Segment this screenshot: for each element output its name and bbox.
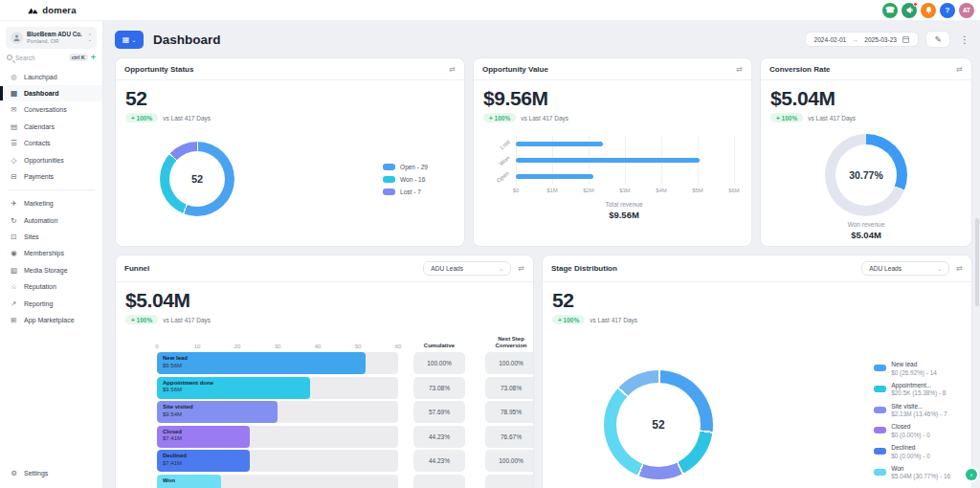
switch-chart-icon[interactable]: ⇄ (736, 65, 743, 74)
phone-icon[interactable]: ☎ (882, 3, 898, 18)
compare-label: vs Last 417 Days (163, 317, 211, 323)
funnel-row-track: New lead$9.56M (157, 352, 398, 374)
change-badge: + 100% (552, 315, 585, 324)
brand-logo-icon (27, 2, 39, 19)
sidebar-item-calendars[interactable]: ▤Calendars (0, 119, 102, 135)
contacts-icon: ☰ (10, 139, 18, 147)
sidebar-item-contacts[interactable]: ☰Contacts (0, 135, 102, 151)
switch-chart-icon[interactable]: ⇄ (449, 65, 456, 74)
funnel-bar: Declined$7.41M (157, 450, 250, 472)
compare-label: vs Last 417 Days (521, 115, 568, 122)
legend-item: New lead$0 (26.92%) - 14 (874, 361, 950, 377)
next-step-header: Next Step Conversion (484, 335, 534, 352)
axis-tick: 60 (395, 344, 402, 349)
conversion-rate-card: Conversion Rate ⇄ $5.04M + 100% vs Last … (760, 57, 972, 247)
cumulative-value: 44.23% (413, 450, 465, 472)
bar-won (516, 158, 700, 163)
card-title: Funnel (124, 264, 149, 273)
axis-tick: $4M (656, 188, 667, 193)
change-badge: + 100% (483, 113, 516, 122)
help-icon[interactable]: ? (940, 3, 955, 18)
funnel-bar: Site visited$9.54M (157, 401, 278, 423)
value-total: $9.56M (483, 87, 742, 109)
kebab-menu-button[interactable]: ⋮ (957, 34, 972, 45)
funnel-pipeline-select[interactable]: ADU Leads⌄ (423, 261, 511, 276)
funnel-bar: Closed$7.41M (157, 426, 250, 448)
brand-logo[interactable]: domera (0, 2, 103, 19)
date-range-picker[interactable]: 2024-02-01 → 2025-03-23 (805, 32, 919, 47)
switch-chart-icon[interactable]: ⇄ (956, 65, 963, 74)
calendar-icon: ▤ (10, 122, 18, 131)
next-step-value: 73.08% (485, 377, 534, 399)
bell-icon[interactable] (921, 3, 936, 18)
chat-icon: ✉ (10, 105, 18, 114)
sidebar-item-memberships[interactable]: ◉Memberships (0, 245, 102, 261)
announcement-icon[interactable] (902, 3, 917, 18)
axis-tick: $2M (583, 188, 594, 193)
quick-add-button[interactable]: + (91, 54, 96, 62)
chevron-down-icon: ⌄ (499, 265, 503, 272)
legend-item: Closed$0 (0.00%) - 0 (874, 423, 950, 439)
gridline (734, 136, 735, 185)
page-header: ▦⌄ Dashboard 2024-02-01 → 2025-03-23 ✎ ⋮ (115, 27, 972, 52)
search-input[interactable]: Search ctrl K + (7, 54, 96, 62)
sidebar-item-media-storage[interactable]: ▧Media Storage (0, 262, 102, 278)
bar-label: Open (496, 170, 510, 184)
funnel-bar: Appointment done$9.56M (157, 377, 310, 399)
card-title: Conversion Rate (769, 65, 831, 74)
compare-label: vs Last 417 Days (163, 115, 211, 122)
sidebar-item-payments[interactable]: ⊟Payments (0, 168, 102, 185)
sidebar-item-marketing[interactable]: ✈Marketing (0, 195, 102, 211)
status-donut-chart: 52 (160, 142, 234, 216)
sidebar-item-settings[interactable]: ⚙Settings (0, 465, 102, 481)
sidebar-collapse-button[interactable]: ‹ (966, 469, 977, 480)
funnel-bar: New lead$9.56M (157, 352, 366, 374)
edit-dashboard-button[interactable]: ✎ (925, 31, 950, 48)
card-title: Opportunity Status (124, 65, 193, 74)
sidebar-item-launchpad[interactable]: ◎Launchpad (0, 69, 102, 85)
legend-swatch (383, 176, 395, 183)
legend-item: Site visite...$2.13M (13.46%) - 7 (874, 403, 950, 419)
cumulative-value: 57.69% (413, 401, 465, 423)
vertical-scrollbar[interactable] (975, 218, 979, 306)
funnel-total: $5.04M (125, 289, 523, 311)
value-bar-chart: Lost Won Open (483, 136, 742, 185)
page-title: Dashboard (153, 33, 221, 47)
avatar[interactable]: AT (959, 3, 974, 18)
dashboard-icon: ▦ (10, 89, 18, 98)
sidebar-item-sites[interactable]: ⊡Sites (0, 229, 102, 245)
marketing-icon: ✈ (10, 199, 18, 208)
axis-tick: $3M (619, 188, 631, 193)
sidebar-item-dashboard[interactable]: ▦Dashboard (0, 85, 102, 101)
sidebar-item-reporting[interactable]: ↗Reporting (0, 295, 102, 311)
account-switcher[interactable]: BlueBeam ADU Co. Portland, OR ⌃⌄ (6, 27, 97, 49)
sidebar-item-conversations[interactable]: ✉Conversations (0, 101, 102, 118)
notification-dot (913, 2, 918, 7)
legend-swatch (874, 365, 886, 371)
search-icon (7, 55, 12, 60)
axis-tick: $5M (692, 188, 703, 193)
sidebar-item-automation[interactable]: ↻Automation (0, 212, 102, 229)
stage-donut-chart: 52 (604, 370, 713, 479)
funnel-x-axis: 0102030405060 (125, 335, 405, 352)
stage-pipeline-select[interactable]: ADU Leads⌄ (861, 261, 949, 276)
switch-chart-icon[interactable]: ⇄ (518, 264, 524, 273)
legend-item: Open - 29 (383, 164, 428, 170)
sidebar-item-reputation[interactable]: ☆Reputation (0, 278, 102, 295)
cumulative-value (413, 475, 465, 488)
opportunity-value-card: Opportunity Value ⇄ $9.56M + 100% vs Las… (473, 57, 752, 247)
dashboard-switcher-button[interactable]: ▦⌄ (115, 31, 144, 49)
cumulative-value: 73.08% (413, 377, 465, 399)
opportunities-icon: ◇ (10, 156, 18, 165)
legend-item: Lost - 7 (383, 189, 428, 195)
stage-distribution-card: Stage Distribution ADU Leads⌄ ⇄ 52 + 100… (542, 255, 972, 488)
chevron-down-icon: ⌄ (937, 265, 942, 272)
compare-label: vs Last 417 Days (808, 115, 856, 122)
sidebar-item-app-marketplace[interactable]: ⊞App Marketplace (0, 312, 102, 328)
next-step-value: 100.00% (485, 450, 534, 472)
footer-value: $9.56M (506, 210, 742, 220)
switch-chart-icon[interactable]: ⇄ (956, 264, 963, 273)
gear-icon: ⚙ (10, 469, 18, 477)
donut-center-value: 52 (616, 383, 701, 467)
sidebar-item-opportunities[interactable]: ◇Opportunities (0, 151, 102, 167)
